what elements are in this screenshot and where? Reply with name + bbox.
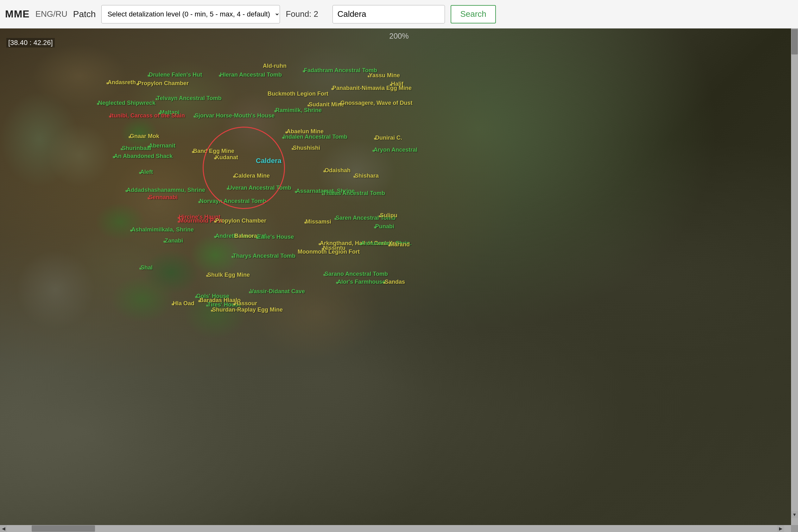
map-label: Itunibi, Carcass of the Slain (110, 112, 185, 119)
patch-label: Patch (73, 9, 96, 19)
map-label: Addadshashanammu, Shrine (127, 187, 205, 193)
map-label: Buckmoth Legion Fort (268, 91, 328, 97)
scrollbar-horizontal-thumb[interactable] (32, 525, 95, 532)
detail-select[interactable]: Select detalization level (0 - min, 5 - … (101, 5, 280, 23)
map-label: Fadathram Ancestral Tomb (304, 67, 377, 74)
map-label: Abernanit (149, 142, 175, 149)
map-label: Balmora (234, 233, 257, 240)
map-label: Zanabi (165, 238, 183, 244)
map-label: Ramimilk, Shrine (276, 107, 322, 114)
map-label: Abaelun Mine (287, 128, 324, 135)
scrollbar-vertical[interactable]: ▲ ▼ (791, 28, 798, 525)
map-label: Caldera (256, 157, 282, 165)
map-label: Ald-ruhn (263, 63, 287, 69)
map-label: Shurinbaal (122, 145, 151, 152)
map-label: Panabanit-Nimawia Egg Mine (332, 85, 412, 92)
search-input[interactable] (332, 5, 445, 23)
map-label: Uveran Ancestral Tomb (228, 185, 291, 191)
map-label: Gnaar Mok (130, 133, 159, 140)
map-label: Yassu Mine (369, 72, 400, 79)
search-button[interactable]: Search (451, 5, 496, 23)
map-label: Sandas (385, 279, 405, 285)
map-label: Marand (390, 241, 410, 248)
map-label: Moonmoth Legion Fort (298, 249, 360, 255)
scroll-down-arrow[interactable]: ▼ (791, 511, 798, 518)
map-label: Ashalmimilkala, Shrine (131, 226, 194, 233)
map-label: An Abandoned Shack (114, 153, 173, 159)
map-label: Odaishah (325, 167, 350, 174)
map-container[interactable]: 200% [38.40 : 42.26] Ald-ruhnFadathram A… (0, 28, 798, 532)
map-label: Hla Oad (173, 300, 194, 307)
map-label: Aleft (140, 169, 153, 175)
map-label: Hassour (234, 300, 257, 307)
map-label: Sulipu (380, 212, 397, 219)
scrollbar-vertical-thumb[interactable] (791, 29, 798, 55)
map-label: Shulk Egg Mine (207, 272, 250, 278)
map-label: Propylon Chamber (138, 80, 189, 87)
zoom-label: 200% (389, 32, 408, 40)
map-label: Gnossagere, Wave of Dust (340, 100, 412, 107)
map-label: Ealie's House (257, 234, 294, 240)
map-label: Propylon Chamber (215, 217, 266, 224)
map-label: Telvayn Ancestral Tomb (157, 95, 222, 102)
map-label: Aryon Ancestral (374, 147, 417, 153)
scroll-corner (791, 525, 798, 532)
map-label: Sjorvar Horse-Mouth's House (195, 112, 274, 119)
map-label: Missamsi (306, 218, 331, 225)
map-label: Shishara (355, 173, 379, 179)
map-label: Neglected Shipwreck (98, 100, 155, 107)
map-label: Hleran Ancestral Tomb (220, 72, 282, 78)
map-label: Tharys Ancestral Tomb (233, 253, 296, 259)
map-label: Punabi (375, 223, 394, 230)
map-label: Andasreth (108, 79, 136, 86)
map-label: Dunirai C. (375, 135, 402, 141)
map-label: Kudanat (215, 154, 238, 161)
map-label: Sennanabi (149, 194, 178, 201)
map-label: Alor's Farmhouse (337, 279, 385, 285)
map-label: Vassir-Didanat Cave (250, 288, 305, 295)
scroll-right-arrow[interactable]: ▶ (777, 525, 784, 532)
map-label: Drulene Falen's Hut (149, 72, 202, 78)
lang-label: ENG/RU (36, 9, 68, 19)
scrollbar-horizontal[interactable]: ◀ ▶ (0, 525, 791, 532)
coords-label: [38.40 : 42.26] (6, 38, 55, 48)
map-label: Shushishi (293, 145, 320, 151)
toolbar: MME ENG/RU Patch Select detalization lev… (0, 0, 798, 28)
map-label: Thalas Ancestral Tomb (323, 190, 385, 197)
map-label: Band Egg Mine (193, 148, 234, 154)
app-title: MME (5, 8, 30, 20)
map-label: Caldera Mine (234, 173, 270, 179)
found-label: Found: 2 (286, 9, 327, 19)
map-label: Sarano Ancestral Tomb (325, 271, 388, 278)
map-label: Shurdan-Raplay Egg Mine (212, 306, 283, 313)
map-label: Norvayn Ancestral Tomb (200, 198, 266, 205)
map-label: Shal (140, 264, 153, 271)
scroll-left-arrow[interactable]: ◀ (0, 525, 7, 532)
